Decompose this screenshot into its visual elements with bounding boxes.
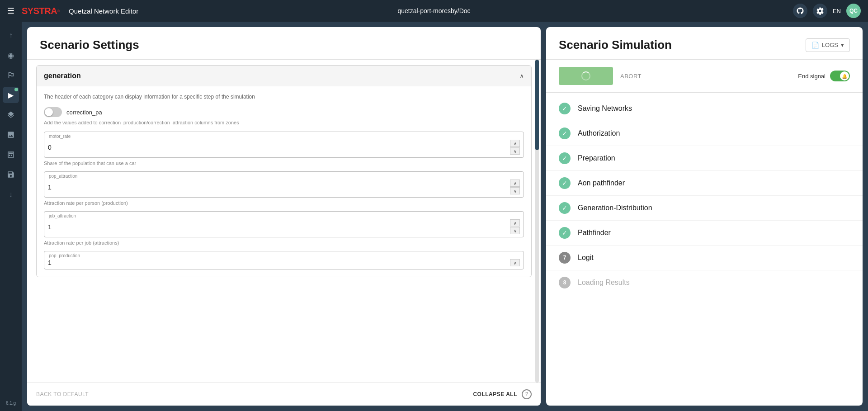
step-check-preparation: ✓ — [559, 152, 571, 164]
panel-body: generation ∧ The header of each category… — [27, 60, 541, 383]
left-sidebar: ↑ ◉ ▶ ↓ 6.1.g — [0, 22, 22, 411]
step-item-aon-pathfinder: ✓ Aon pathfinder — [546, 171, 863, 196]
scenario-settings-panel: Scenario Settings generation ∧ The heade… — [27, 27, 541, 406]
job-attraction-down[interactable]: ∨ — [510, 227, 520, 234]
logs-label: LOGS — [822, 42, 838, 48]
github-icon[interactable] — [793, 4, 807, 18]
sim-panel-header: Scenario Simulation 📄 LOGS ▾ — [546, 27, 863, 60]
pop-attraction-up[interactable]: ∧ — [510, 180, 520, 187]
section-body: The header of each category can display … — [37, 86, 531, 277]
collapse-all-button[interactable]: COLLAPSE ALL — [473, 391, 517, 397]
step-check-loading-results: 8 — [559, 277, 571, 288]
toggle-description: Add the values added to correction_produ… — [44, 120, 524, 125]
sidebar-version: 6.1.g — [6, 401, 16, 406]
motor-rate-up[interactable]: ∧ — [510, 140, 520, 147]
job-attraction-description: Attraction rate per job (attractions) — [44, 240, 524, 246]
sim-panel-title: Scenario Simulation — [559, 38, 672, 52]
motor-rate-value: 0 — [48, 144, 52, 151]
scenario-simulation-panel: Scenario Simulation 📄 LOGS ▾ ABORT End s… — [546, 27, 863, 406]
sidebar-item-play[interactable]: ▶ — [3, 87, 19, 103]
pop-attraction-value: 1 — [48, 184, 52, 191]
job-attraction-field: job_attraction 1 ∧ ∨ — [44, 211, 524, 237]
sidebar-item-save[interactable] — [3, 166, 19, 183]
pop-production-up[interactable]: ∧ — [510, 259, 520, 266]
section-header[interactable]: generation ∧ — [37, 66, 531, 86]
help-icon[interactable]: ? — [522, 389, 532, 399]
sidebar-item-table[interactable] — [3, 146, 19, 163]
step-name-pathfinder: Pathfinder — [578, 229, 611, 237]
user-avatar[interactable]: QC — [846, 4, 861, 18]
sidebar-item-layers[interactable] — [3, 107, 19, 123]
sim-controls: ABORT End signal 🔔 — [546, 60, 863, 93]
toggle-label: correction_pa — [66, 109, 102, 116]
step-item-preparation: ✓ Preparation — [546, 146, 863, 171]
section-description: The header of each category can display … — [44, 94, 524, 100]
motor-rate-field: motor_rate 0 ∧ ∨ — [44, 132, 524, 158]
hamburger-icon[interactable]: ☰ — [7, 6, 14, 16]
job-attraction-spinners: ∧ ∨ — [510, 219, 520, 234]
pop-production-label: pop_production — [44, 251, 524, 258]
top-nav: ☰ SYSTRA ® Quetzal Network Editor quetza… — [0, 0, 868, 22]
chevron-up-icon[interactable]: ∧ — [519, 72, 524, 80]
project-path: quetzal-port-moresby/Doc — [397, 7, 470, 14]
pop-production-spinners: ∧ — [510, 259, 520, 266]
step-name-loading-results: Loading Results — [578, 279, 630, 287]
pop-attraction-description: Attraction rate per person (production) — [44, 200, 524, 206]
step-check-aon-pathfinder: ✓ — [559, 177, 571, 189]
step-check-authorization: ✓ — [559, 128, 571, 139]
footer-right: COLLAPSE ALL ? — [473, 389, 532, 399]
motor-rate-down[interactable]: ∨ — [510, 147, 520, 155]
end-signal-knob: 🔔 — [840, 71, 849, 80]
back-to-default-button[interactable]: BACK TO DEFAULT — [36, 391, 89, 397]
pop-production-value: 1 — [48, 259, 52, 266]
main-layout: ↑ ◉ ▶ ↓ 6.1.g Scenario Settings — [0, 22, 868, 411]
motor-rate-row: 0 ∧ ∨ — [44, 139, 524, 157]
logs-icon: 📄 — [811, 42, 819, 49]
scrollbar-track[interactable] — [535, 60, 539, 383]
job-attraction-row: 1 ∧ ∨ — [44, 218, 524, 237]
step-item-generation-distribution: ✓ Generation-Distribution — [546, 196, 863, 221]
step-name-authorization: Authorization — [578, 129, 620, 137]
motor-rate-label: motor_rate — [44, 132, 524, 139]
step-check-saving-networks: ✓ — [559, 103, 571, 114]
pop-attraction-spinners: ∧ ∨ — [510, 180, 520, 194]
step-name-aon-pathfinder: Aon pathfinder — [578, 179, 625, 187]
step-name-preparation: Preparation — [578, 154, 615, 162]
end-signal-toggle[interactable]: 🔔 — [830, 71, 850, 81]
job-attraction-value: 1 — [48, 223, 52, 231]
generation-section: generation ∧ The header of each category… — [36, 65, 532, 277]
job-attraction-up[interactable]: ∧ — [510, 219, 520, 227]
pop-production-row: 1 ∧ — [44, 258, 524, 269]
logo-reg: ® — [57, 9, 60, 13]
toggle-row: correction_pa — [44, 107, 524, 117]
step-check-generation-distribution: ✓ — [559, 202, 571, 214]
scrollbar-thumb[interactable] — [535, 60, 539, 150]
logs-chevron-icon: ▾ — [841, 42, 844, 48]
panel-footer: BACK TO DEFAULT COLLAPSE ALL ? — [27, 383, 541, 406]
sidebar-item-images[interactable] — [3, 127, 19, 143]
sidebar-item-dashboard[interactable]: ◉ — [3, 47, 19, 63]
sidebar-item-upload[interactable]: ↑ — [3, 27, 19, 43]
settings-icon[interactable] — [813, 4, 827, 18]
run-button[interactable] — [559, 67, 613, 85]
motor-rate-spinners: ∧ ∨ — [510, 140, 520, 155]
pop-attraction-down[interactable]: ∨ — [510, 187, 520, 194]
panel-title: Scenario Settings — [40, 38, 528, 52]
sidebar-item-map[interactable] — [3, 67, 19, 83]
toggle-knob — [45, 108, 53, 116]
step-name-saving-networks: Saving Networks — [578, 104, 632, 113]
sidebar-item-download[interactable]: ↓ — [3, 186, 19, 203]
nav-right: EN QC — [793, 4, 861, 18]
step-item-saving-networks: ✓ Saving Networks — [546, 96, 863, 121]
end-signal-label: End signal — [798, 73, 826, 80]
step-item-pathfinder: ✓ Pathfinder — [546, 221, 863, 246]
correction-pa-toggle[interactable] — [44, 107, 62, 117]
pop-attraction-row: 1 ∧ ∨ — [44, 179, 524, 197]
language-label[interactable]: EN — [833, 8, 841, 14]
run-spinner — [581, 71, 590, 80]
logs-button[interactable]: 📄 LOGS ▾ — [806, 38, 850, 52]
end-signal-row: End signal 🔔 — [798, 71, 850, 81]
content-area: Scenario Settings generation ∧ The heade… — [22, 22, 868, 411]
job-attraction-label: job_attraction — [44, 212, 524, 218]
abort-button[interactable]: ABORT — [620, 73, 642, 80]
